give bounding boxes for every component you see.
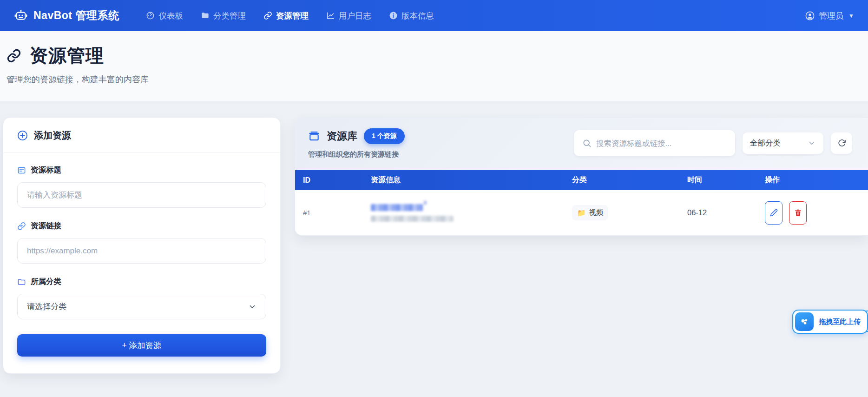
user-icon [805,11,815,21]
brand-title: NavBot 管理系统 [33,8,119,23]
link-icon [263,11,272,20]
col-header-category: 分类 [564,175,679,185]
category-select-value: 请选择分类 [27,301,66,312]
page-subtitle: 管理您的资源链接，构建丰富的内容库 [7,74,854,85]
nav-item-label: 仪表板 [158,10,183,21]
library-title: 资源库 [327,129,357,143]
chart-icon [326,11,335,20]
main-nav: 仪表板 分类管理 资源管理 用户日志 [146,10,434,21]
category-filter-select[interactable]: 全部分类 [743,132,823,154]
archive-icon [308,130,320,142]
folder-icon [201,11,210,20]
page-title: 资源管理 [30,43,104,68]
top-navbar: NavBot 管理系统 仪表板 分类管理 资源管理 用户日志 [0,0,868,31]
page-header: 资源管理 管理您的资源链接，构建丰富的内容库 [0,31,868,101]
chevron-down-icon [808,139,816,147]
category-select[interactable]: 请选择分类 [17,294,266,319]
resource-url-input[interactable] [17,238,266,264]
field-label: 资源标题 [31,165,61,175]
info-icon [389,11,398,20]
gauge-icon [146,11,155,20]
nav-item-resources[interactable]: 资源管理 [263,10,309,21]
user-name: 管理员 [819,10,844,21]
link-icon [17,222,26,231]
table-header-row: ID 资源信息 分类 时间 操作 [295,170,868,190]
pencil-icon [770,209,778,217]
refresh-icon [837,139,846,148]
delete-button[interactable] [789,201,807,225]
upload-label: 拖拽至此上传 [819,318,861,326]
col-header-time: 时间 [679,175,757,185]
edit-button[interactable] [765,201,783,225]
nav-item-dashboard[interactable]: 仪表板 [146,10,183,21]
nav-item-label: 资源管理 [276,10,309,21]
folder-outline-icon [17,278,26,286]
nav-item-version[interactable]: 版本信息 [389,10,434,21]
search-icon [582,139,592,148]
nav-item-label: 用户日志 [339,10,371,21]
folder-emoji-icon: 📁 [577,209,586,217]
redacted-resource-title [371,204,423,211]
table-row: #1 📁 视频 06-12 [295,190,868,235]
user-menu[interactable]: 管理员 ▼ [805,10,854,21]
category-filter-value: 全部分类 [750,138,781,148]
link-icon [7,48,21,63]
card-text-icon [17,166,26,175]
refresh-button[interactable] [831,132,852,154]
row-actions [757,201,868,225]
row-resource-info [363,204,564,222]
brand[interactable]: NavBot 管理系统 [14,8,119,23]
field-label: 资源链接 [31,221,61,231]
trash-icon [794,209,802,217]
col-header-actions: 操作 [757,175,868,185]
chevron-down-icon [248,303,256,311]
upload-widget: 传 拖拽至此上传 [792,310,868,334]
library-header: 资源库 1 个资源 管理和组织您的所有资源链接 全部分类 [295,118,868,170]
redacted-resource-url [371,216,454,222]
resource-count-badge: 1 个资源 [364,128,405,144]
row-category: 📁 视频 [564,205,679,220]
resource-library-card: 资源库 1 个资源 管理和组织您的所有资源链接 全部分类 [295,117,868,236]
drag-upload-target[interactable]: 拖拽至此上传 [792,310,868,334]
row-date: 06-12 [679,208,757,217]
plus-circle-icon [17,130,28,141]
nav-item-label: 版本信息 [401,10,434,21]
category-badge: 📁 视频 [572,205,608,220]
field-label: 所属分类 [31,277,61,287]
robot-logo-icon [14,9,28,23]
add-resource-card: 添加资源 资源标题 资源链接 [3,117,281,374]
library-controls: 全部分类 [574,130,852,156]
add-resource-button[interactable]: + 添加资源 [17,334,266,357]
row-id: #1 [295,209,363,217]
main-content: 添加资源 资源标题 资源链接 [0,101,868,374]
resource-table: ID 资源信息 分类 时间 操作 #1 📁 视频 06-12 [295,170,868,235]
search-input[interactable] [596,139,727,148]
field-resource-title: 资源标题 [17,165,266,208]
add-card-title: 添加资源 [34,129,71,142]
nav-item-categories[interactable]: 分类管理 [201,10,246,21]
chevron-down-icon: ▼ [848,13,854,19]
field-resource-url: 资源链接 [17,221,266,264]
category-badge-label: 视频 [589,208,603,217]
search-box[interactable] [574,130,735,156]
col-header-info: 资源信息 [363,175,564,185]
netdisk-icon [795,312,814,331]
nav-item-logs[interactable]: 用户日志 [326,10,371,21]
nav-item-label: 分类管理 [213,10,246,21]
col-header-id: ID [295,176,363,185]
resource-title-input[interactable] [17,182,266,208]
field-resource-category: 所属分类 请选择分类 [17,277,266,319]
